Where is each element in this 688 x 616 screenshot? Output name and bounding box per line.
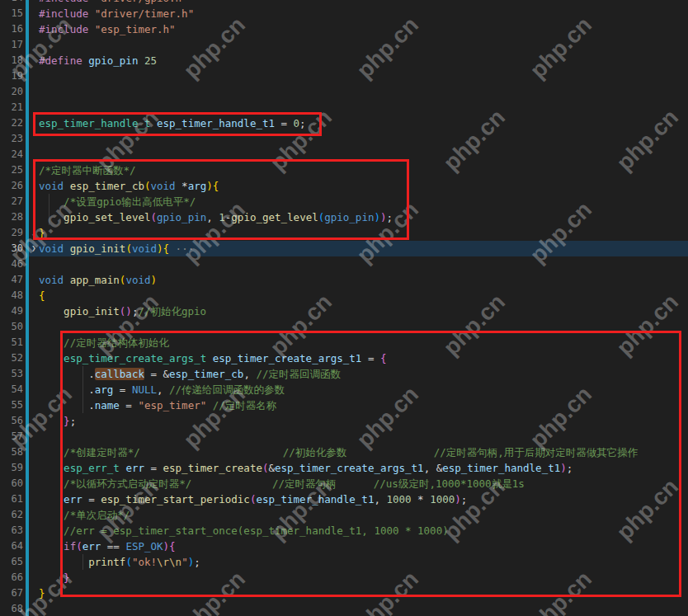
code-text[interactable]: } — [39, 585, 688, 601]
code-text[interactable] — [39, 147, 688, 162]
code-text[interactable]: gpio_init();//初始化gpio — [39, 303, 688, 319]
code-text[interactable] — [39, 429, 688, 444]
code-text[interactable]: /*单次启动*/ — [39, 507, 688, 523]
line-number[interactable]: 52 — [0, 350, 23, 366]
line-number[interactable]: 23 — [0, 131, 23, 147]
line-number[interactable]: 58 — [0, 444, 23, 460]
code-text[interactable]: //定时器结构体初始化 — [39, 335, 688, 350]
code-line[interactable]: 52 esp_timer_create_args_t esp_timer_cre… — [0, 350, 688, 366]
code-line[interactable]: 23 — [0, 131, 688, 147]
code-line[interactable]: 65 printf("ok!\r\n"); — [0, 554, 688, 570]
line-number[interactable]: 57 — [0, 429, 23, 444]
code-text[interactable] — [39, 601, 688, 616]
code-text[interactable]: esp_err_t err = esp_timer_create(&esp_ti… — [39, 460, 688, 476]
code-line[interactable]: 27 /*设置gpio输出高低电平*/ — [0, 194, 688, 209]
line-number[interactable]: 17 — [0, 37, 23, 53]
code-line[interactable]: 24 — [0, 147, 688, 162]
line-number[interactable]: 56 — [0, 413, 23, 429]
line-number[interactable]: 15 — [0, 6, 23, 21]
code-line[interactable]: 47void app_main(void) — [0, 272, 688, 288]
code-line[interactable]: 58 /*创建定时器*/ //初始化参数 //定时器句柄,用于后期对定时器做其它… — [0, 444, 688, 460]
code-text[interactable]: .name = "esp_timer" //定时器名称 — [39, 397, 688, 413]
code-text[interactable]: #define gpio_pin 25 — [39, 53, 688, 68]
code-line[interactable]: 18#define gpio_pin 25 — [0, 53, 688, 68]
code-line[interactable]: 22esp_timer_handle_t esp_timer_handle_t1… — [0, 115, 688, 131]
code-line[interactable]: 15#include "driver/timer.h" — [0, 6, 688, 21]
line-number[interactable]: 67 — [0, 585, 23, 601]
code-text[interactable] — [39, 131, 688, 147]
code-line[interactable]: 62 /*单次启动*/ — [0, 507, 688, 523]
code-line[interactable]: 28 gpio_set_level(gpio_pin, 1-gpio_get_l… — [0, 209, 688, 225]
code-line[interactable]: 64 if(err == ESP_OK){ — [0, 538, 688, 554]
code-line[interactable]: 61 err = esp_timer_start_periodic(esp_ti… — [0, 491, 688, 507]
code-text[interactable]: err = esp_timer_start_periodic(esp_timer… — [39, 491, 688, 507]
line-number[interactable]: 60 — [0, 476, 23, 491]
code-text[interactable]: esp_timer_handle_t esp_timer_handle_t1 =… — [39, 115, 688, 131]
code-line[interactable]: 56 }; — [0, 413, 688, 429]
code-text[interactable]: .arg = NULL, //传递给回调函数的参数 — [39, 382, 688, 397]
code-line[interactable]: 57 — [0, 429, 688, 444]
line-number[interactable]: 26 — [0, 178, 23, 194]
code-line[interactable]: 50 — [0, 319, 688, 335]
line-number[interactable]: 55 — [0, 397, 23, 413]
line-number[interactable]: 30 — [0, 241, 23, 256]
code-text[interactable]: void esp_timer_cb(void *arg){ — [39, 178, 688, 194]
code-line[interactable]: 25/*定时器中断函数*/ — [0, 162, 688, 178]
line-number[interactable]: 62 — [0, 507, 23, 523]
code-line[interactable]: 60 /*以循环方式启动定时器*/ //定时器句柄 //us级定时,1000*1… — [0, 476, 688, 491]
line-number[interactable]: 22 — [0, 115, 23, 131]
line-number[interactable]: 18 — [0, 53, 23, 68]
code-lines-area[interactable]: 14#include "driver/gpio.h"15#include "dr… — [0, 0, 688, 616]
line-number[interactable]: 27 — [0, 194, 23, 209]
code-line[interactable]: 29} — [0, 225, 688, 241]
code-text[interactable]: if(err == ESP_OK){ — [39, 538, 688, 554]
code-text[interactable] — [39, 68, 688, 84]
line-number[interactable]: 68 — [0, 601, 23, 616]
code-line[interactable]: 53 .callback = &esp_timer_cb, //定时器回调函数 — [0, 366, 688, 382]
code-text[interactable]: esp_timer_create_args_t esp_timer_create… — [39, 350, 688, 366]
code-line[interactable]: 30❯void gpio_init(void){ ··· — [0, 241, 688, 256]
line-number[interactable]: 64 — [0, 538, 23, 554]
code-text[interactable]: /*设置gpio输出高低电平*/ — [39, 194, 688, 209]
code-line[interactable]: 68 — [0, 601, 688, 616]
code-text[interactable] — [39, 319, 688, 335]
code-text[interactable]: #include "esp_timer.h" — [39, 21, 688, 37]
code-text[interactable]: /*定时器中断函数*/ — [39, 162, 688, 178]
line-number[interactable]: 59 — [0, 460, 23, 476]
line-number[interactable]: 14 — [0, 0, 23, 6]
code-line[interactable]: 48{ — [0, 288, 688, 303]
line-number[interactable]: 61 — [0, 491, 23, 507]
code-line[interactable]: 66 } — [0, 570, 688, 585]
code-text[interactable] — [39, 100, 688, 115]
code-line[interactable]: 54 .arg = NULL, //传递给回调函数的参数 — [0, 382, 688, 397]
code-text[interactable]: /*以循环方式启动定时器*/ //定时器句柄 //us级定时,1000*1000… — [39, 476, 688, 491]
line-number[interactable]: 19 — [0, 68, 23, 84]
line-number[interactable]: 20 — [0, 84, 23, 100]
code-line[interactable]: 14#include "driver/gpio.h" — [0, 0, 688, 6]
code-line[interactable]: 21 — [0, 100, 688, 115]
code-text[interactable] — [39, 37, 688, 53]
code-text[interactable]: #include "driver/timer.h" — [39, 6, 688, 21]
line-number[interactable]: 24 — [0, 147, 23, 162]
code-line[interactable]: 20 — [0, 84, 688, 100]
line-number[interactable]: 63 — [0, 523, 23, 538]
code-text[interactable]: } — [39, 225, 688, 241]
line-number[interactable]: 48 — [0, 288, 23, 303]
line-number[interactable]: 53 — [0, 366, 23, 382]
line-number[interactable]: 50 — [0, 319, 23, 335]
code-text[interactable]: gpio_set_level(gpio_pin, 1-gpio_get_leve… — [39, 209, 688, 225]
line-number[interactable]: 28 — [0, 209, 23, 225]
line-number[interactable]: 29 — [0, 225, 23, 241]
fold-chevron-icon[interactable]: ❯ — [29, 241, 39, 256]
code-text[interactable]: .callback = &esp_timer_cb, //定时器回调函数 — [39, 366, 688, 382]
code-line[interactable]: 55 .name = "esp_timer" //定时器名称 — [0, 397, 688, 413]
line-number[interactable]: 46 — [0, 256, 23, 272]
code-text[interactable] — [39, 256, 688, 272]
code-line[interactable]: 46 — [0, 256, 688, 272]
code-text[interactable] — [39, 84, 688, 100]
line-number[interactable]: 66 — [0, 570, 23, 585]
code-text[interactable]: void gpio_init(void){ ··· — [39, 241, 688, 256]
code-line[interactable]: 49 gpio_init();//初始化gpio — [0, 303, 688, 319]
line-number[interactable]: 65 — [0, 554, 23, 570]
code-line[interactable]: 17 — [0, 37, 688, 53]
